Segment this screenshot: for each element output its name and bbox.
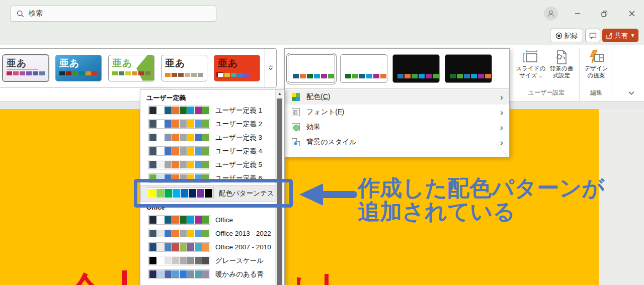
color-swatch: [187, 107, 194, 114]
palette-swatches: [148, 119, 210, 129]
color-swatch: [165, 134, 172, 141]
theme-thumbnail-3[interactable]: 亜あ: [108, 55, 154, 81]
color-scheme-label: ユーザー定義 4: [215, 147, 262, 156]
color-swatch: [92, 71, 98, 75]
color-scheme-item[interactable]: グレースケール: [140, 254, 276, 267]
color-swatch: [180, 120, 187, 128]
theme-thumbnail-2[interactable]: 亜あ: [55, 55, 102, 81]
format-background-button[interactable]: 背景の書 式設定: [546, 48, 577, 92]
color-swatch: [165, 161, 172, 168]
resize-grip[interactable]: ⋱: [503, 151, 508, 156]
variant-menu-item-3[interactable]: 効果›: [285, 120, 509, 135]
scroll-up-icon[interactable]: ▲: [276, 89, 284, 98]
restore-icon: [601, 11, 608, 17]
color-swatch: [149, 107, 156, 114]
record-icon: [555, 32, 562, 39]
color-swatch: [172, 230, 179, 237]
color-swatch: [165, 230, 172, 237]
color-scheme-item[interactable]: 暖かみのある青: [140, 267, 276, 281]
color-scheme-label: Office 2013 - 2022: [215, 230, 271, 237]
color-scheme-item[interactable]: ユーザー定義 3: [140, 131, 276, 144]
chevron-right-icon: ›: [500, 108, 503, 117]
annotation-highlight-box: [134, 179, 293, 208]
variant-thumbnail-1[interactable]: [288, 54, 335, 83]
title-bar: 検索 記録 共有 ▼: [0, 0, 644, 44]
color-swatch: [172, 243, 179, 251]
color-swatch: [195, 216, 202, 224]
design-ideas-icon: [588, 50, 604, 65]
color-scheme-item[interactable]: ユーザー定義 5: [140, 158, 276, 171]
variant-thumbnail-2[interactable]: [340, 54, 387, 83]
chevron-right-icon: ›: [500, 123, 503, 132]
group-label-customize: ユーザー設定: [516, 88, 577, 97]
color-swatch: [125, 71, 131, 75]
close-button[interactable]: [622, 5, 642, 23]
palette-swatches: [148, 215, 210, 225]
color-swatch: [149, 147, 156, 155]
theme-thumbnail-5[interactable]: 亜あ: [214, 55, 260, 81]
slide-text-fragment: [122, 270, 127, 285]
design-ideas-label-line2: の提案: [588, 72, 605, 79]
menu-item-label: フォント(F): [306, 108, 494, 117]
slide-size-button[interactable]: スライドの サイズ ⌄: [516, 48, 546, 92]
menu-item-label: 配色(C): [306, 92, 494, 102]
color-swatch: [405, 74, 411, 78]
color-swatch: [112, 71, 118, 75]
color-scheme-item[interactable]: Office: [140, 213, 276, 227]
palette-swatches: [148, 229, 210, 238]
theme-thumbnail-1[interactable]: 亜あ: [3, 55, 49, 81]
color-swatch: [202, 243, 209, 251]
color-scheme-item[interactable]: ユーザー定義 1: [140, 104, 276, 117]
collapse-ribbon-button[interactable]: [625, 88, 638, 98]
color-swatch: [187, 161, 194, 168]
palette-swatches: [148, 256, 210, 265]
variant-thumbnail-3[interactable]: [392, 54, 440, 83]
design-ideas-button[interactable]: デザイン の提案: [582, 48, 611, 92]
color-swatch: [464, 74, 470, 78]
color-swatch: [119, 71, 124, 75]
color-scheme-item[interactable]: ユーザー定義 2: [140, 117, 276, 131]
variant-color-swatches: [397, 74, 439, 78]
color-swatch: [185, 73, 190, 77]
color-swatch: [172, 147, 179, 155]
color-swatch: [419, 74, 425, 78]
color-swatch: [366, 74, 372, 78]
account-avatar[interactable]: [544, 7, 558, 21]
theme-color-swatches: [112, 71, 150, 75]
color-swatch: [195, 243, 202, 251]
person-icon: [547, 10, 555, 18]
color-swatch: [149, 270, 156, 278]
color-swatch: [195, 134, 202, 141]
color-swatch: [187, 230, 194, 237]
minimize-button[interactable]: [568, 5, 588, 23]
color-swatch: [13, 71, 19, 75]
theme-thumbnail-4[interactable]: 亜あ: [161, 55, 207, 81]
comments-button[interactable]: [585, 29, 600, 42]
variant-color-swatches: [345, 74, 386, 78]
color-swatch: [191, 73, 197, 77]
chevron-down-icon: ⌄: [538, 73, 542, 78]
share-button[interactable]: 共有 ▼: [602, 29, 638, 42]
color-scheme-item[interactable]: ユーザー定義 4: [140, 144, 276, 158]
color-scheme-item[interactable]: Office 2007 - 2010: [140, 240, 276, 254]
theme-color-swatches: [165, 73, 203, 77]
minimize-icon: [575, 11, 581, 17]
record-button[interactable]: 記録: [550, 29, 583, 42]
palette-swatches: [148, 146, 210, 156]
color-swatch: [172, 216, 179, 224]
annotation-text-line2: 追加されている: [358, 201, 515, 223]
variant-menu-item-1[interactable]: 配色(C)›: [285, 89, 509, 105]
variant-menu-item-4[interactable]: 背景のスタイル›: [285, 135, 509, 150]
color-swatch: [373, 74, 379, 78]
variant-menu-item-2[interactable]: フォント(F)›: [285, 105, 509, 120]
color-swatch: [165, 216, 172, 224]
color-swatch: [202, 161, 209, 168]
restore-button[interactable]: [594, 5, 614, 23]
color-scheme-item[interactable]: Office 2013 - 2022: [140, 227, 276, 240]
color-swatch: [157, 107, 164, 114]
color-swatch: [149, 120, 156, 128]
search-input[interactable]: 検索: [10, 6, 216, 22]
variant-thumbnail-4[interactable]: [445, 54, 492, 83]
color-swatch: [157, 257, 164, 264]
themes-more-button[interactable]: [265, 49, 276, 87]
